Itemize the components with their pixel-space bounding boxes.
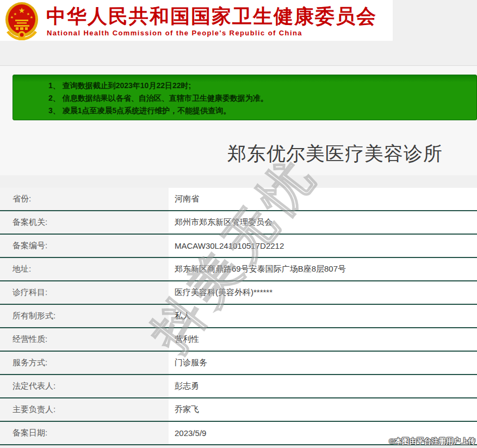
site-title-english: National Health Commission of the People… — [47, 29, 302, 37]
row-value: 营利性 — [169, 328, 477, 351]
row-value: 河南省 — [169, 188, 477, 210]
notice-line-3: 3、 凌晨1点至凌晨5点系统进行维护，不能提供查询。 — [48, 105, 471, 117]
row-label: 主要负责人: — [0, 398, 169, 421]
row-value: MACAW30L241010517D2212 — [169, 235, 477, 257]
site-title-chinese: 中华人民共和国国家卫生健康委员会 — [46, 3, 377, 30]
svg-text:★: ★ — [14, 12, 17, 16]
table-row-main-person-in-charge: 主要负责人: 乔家飞 — [0, 398, 477, 422]
notice-line-2: 2、 信息数据结果以各省、自治区、直辖市卫生健康委数据为准。 — [48, 92, 471, 105]
image-attribution: ©本图由平台注册用户上传 — [389, 437, 475, 446]
table-row-departments: 诊疗科目: 医疗美容科(美容外科)****** — [0, 281, 477, 305]
row-label: 法定代表人: — [0, 375, 169, 397]
table-row-business-nature: 经营性质: 营利性 — [0, 328, 477, 352]
row-label: 地址: — [0, 258, 169, 280]
row-label: 省份: — [0, 188, 169, 210]
header-divider — [0, 65, 477, 66]
table-row-filing-authority: 备案机关: 郑州市郑东新区管理委员会 — [0, 211, 477, 235]
table-row-province: 省份: 河南省 — [0, 188, 477, 211]
row-value: 医疗美容科(美容外科)****** — [169, 281, 477, 304]
china-national-emblem-icon: ★ ★ ★ ★ ★ — [4, 1, 39, 40]
table-row-service-mode: 服务方式: 门诊服务 — [0, 352, 477, 375]
table-row-filing-number: 备案编号: MACAW30L241010517D2212 — [0, 235, 477, 258]
row-value: 门诊服务 — [169, 352, 477, 374]
notice-box: 1、 查询数据截止到2023年10月22日22时; 2、 信息数据结果以各省、自… — [13, 75, 477, 120]
row-value: 乔家飞 — [169, 398, 477, 421]
row-value: 彭志勇 — [169, 375, 477, 397]
row-label: 所有制形式: — [0, 305, 169, 327]
row-value: 郑州市郑东新区管理委员会 — [169, 211, 477, 234]
row-label: 服务方式: — [0, 352, 169, 374]
table-row-address: 地址: 郑东新区商鼎路69号安泰国际广场B座8层807号 — [0, 258, 477, 281]
row-value: 郑东新区商鼎路69号安泰国际广场B座8层807号 — [169, 258, 477, 280]
clinic-name-title: 郑东优尔美医疗美容诊所 — [169, 142, 477, 165]
record-table: 省份: 河南省 备案机关: 郑州市郑东新区管理委员会 备案编号: MACAW30… — [0, 188, 477, 445]
notice-line-1: 1、 查询数据截止到2023年10月22日22时; — [48, 79, 471, 92]
svg-text:★: ★ — [10, 15, 14, 19]
row-label: 诊疗科目: — [0, 281, 169, 304]
svg-text:★: ★ — [18, 6, 26, 15]
row-label: 备案机关: — [0, 211, 169, 234]
row-label: 经营性质: — [0, 328, 169, 351]
site-header: ★ ★ ★ ★ ★ 中华人民共和国国家卫生健康委员会 National Heal… — [0, 0, 393, 41]
row-label: 备案日期: — [0, 422, 169, 444]
svg-text:★: ★ — [30, 15, 33, 19]
row-label: 备案编号: — [0, 235, 169, 257]
table-row-legal-representative: 法定代表人: 彭志勇 — [0, 375, 477, 398]
table-row-ownership: 所有制形式: 私人 — [0, 305, 477, 328]
row-value: 私人 — [169, 305, 477, 327]
